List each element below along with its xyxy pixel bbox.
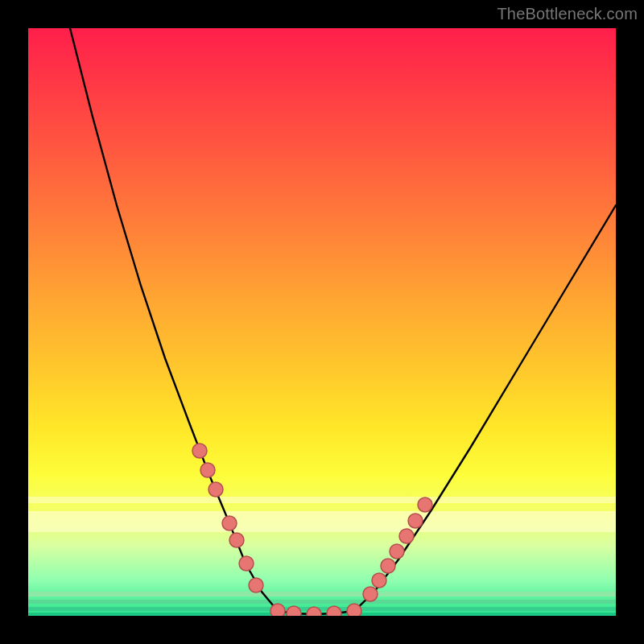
data-point-marker	[307, 607, 321, 616]
data-point-marker	[381, 559, 395, 573]
chart-frame: TheBottleneck.com	[0, 0, 644, 644]
data-point-marker	[239, 556, 254, 571]
bottleneck-curve	[70, 28, 616, 614]
data-point-marker	[390, 544, 404, 559]
data-point-marker	[372, 573, 386, 588]
curve-layer	[28, 28, 616, 616]
plot-area	[28, 28, 616, 616]
data-point-marker	[418, 497, 432, 512]
data-point-marker	[287, 606, 301, 616]
watermark-text: TheBottleneck.com	[497, 5, 638, 23]
data-point-marker	[363, 587, 378, 601]
data-point-marker	[229, 533, 244, 547]
data-point-marker	[208, 482, 223, 497]
data-point-marker	[222, 516, 237, 530]
data-point-marker	[270, 604, 285, 616]
data-point-marker	[327, 606, 341, 616]
data-point-marker	[347, 604, 361, 616]
data-point-marker	[399, 529, 414, 543]
data-point-marker	[408, 514, 423, 528]
data-point-marker	[200, 463, 215, 477]
data-point-marker	[192, 444, 207, 458]
data-point-marker	[249, 578, 263, 592]
